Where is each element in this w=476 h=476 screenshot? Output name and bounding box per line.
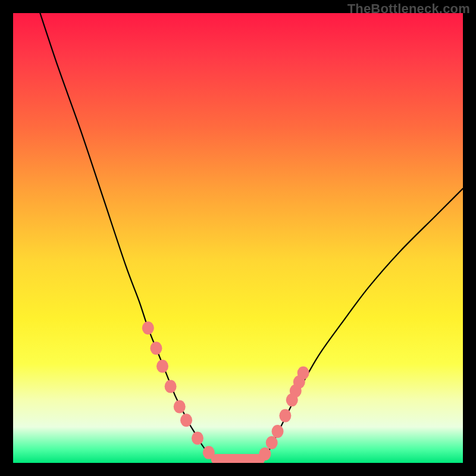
marker-dot — [272, 425, 284, 438]
chart-plot-area — [13, 13, 463, 463]
watermark-text: TheBottleneck.com — [347, 1, 470, 17]
curve-left-branch — [40, 13, 215, 461]
marker-dot — [203, 446, 215, 459]
marker-dot — [192, 431, 203, 444]
marker-dot — [174, 400, 186, 414]
marker-dot — [165, 380, 177, 393]
marker-dot — [259, 447, 271, 461]
marker-dot — [279, 409, 291, 422]
marker-dot — [266, 436, 278, 449]
marker-dot — [156, 359, 168, 372]
marker-dot — [180, 414, 192, 427]
chart-svg — [13, 13, 463, 463]
floor-marker-pill — [211, 454, 265, 463]
marker-dot — [298, 367, 309, 380]
marker-dot — [150, 342, 162, 355]
marker-dot — [142, 321, 154, 334]
curve-right-branch — [261, 189, 463, 461]
marker-group-right — [259, 367, 309, 461]
